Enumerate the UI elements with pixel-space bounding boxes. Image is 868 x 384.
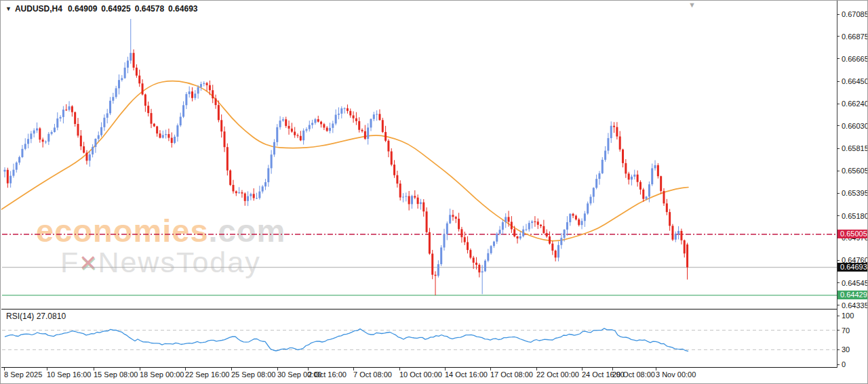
candle-body [455, 217, 457, 219]
candle-body [247, 196, 249, 201]
candle-body [144, 94, 146, 106]
date-axis-tick [399, 368, 400, 370]
candle-body [601, 160, 604, 173]
price-axis-label: 0.67085 [842, 10, 868, 18]
candle-body [171, 138, 173, 143]
candle-body [505, 217, 507, 222]
candle-body [540, 225, 542, 226]
candle-body [124, 68, 126, 78]
candle-body [30, 133, 32, 139]
date-axis-label: 10 Sep 16:00 [47, 370, 91, 379]
rsi-axis-label: 70 [842, 326, 850, 335]
candle-body [71, 106, 73, 112]
candle-body [396, 175, 398, 184]
candle-body [94, 139, 96, 147]
candle-body [329, 128, 331, 131]
ohlc-open: 0.64909 [68, 4, 97, 14]
date-axis-label: 22 Sep 16:00 [185, 370, 229, 379]
candle-body [680, 231, 682, 240]
candle-body [142, 83, 144, 94]
rsi-indicator-label: RSI(14) 27.0810 [6, 312, 66, 321]
candle-body [244, 194, 246, 201]
candle-body [226, 147, 229, 170]
candle-body [651, 168, 653, 184]
date-axis-label: 25 Sep 08:00 [231, 370, 275, 379]
candle-body [517, 236, 519, 238]
price-axis-label: 0.65180 [842, 212, 868, 220]
candle-body [525, 230, 527, 230]
candle-body [267, 168, 269, 182]
date-axis-label: 29 Oct 08:00 [612, 370, 655, 379]
candle-body [77, 124, 79, 135]
candle-body [271, 154, 273, 168]
candle-body [54, 127, 56, 132]
candle-body [426, 211, 428, 232]
date-axis-label: 15 Sep 08:00 [94, 370, 138, 379]
rsi-axis-label: 100 [842, 312, 854, 320]
candle-body [631, 177, 633, 179]
candle-body [490, 246, 492, 253]
candle-body [581, 221, 583, 225]
price-axis-label: 0.64545 [842, 279, 868, 287]
candle-body [98, 135, 100, 139]
candle-body [625, 163, 627, 173]
candle-body [320, 122, 322, 125]
candle-body [610, 126, 612, 138]
candle-body [458, 219, 460, 229]
candle-body [174, 137, 176, 143]
candle-body [405, 196, 407, 197]
chart-shift-marker-icon[interactable]: ▼ [688, 1, 696, 9]
candle-body [103, 118, 105, 127]
candle-body [314, 119, 316, 123]
price-axis-label: 0.66450 [842, 77, 868, 85]
candle-body [162, 135, 164, 137]
main-chart-plot[interactable] [1, 1, 837, 309]
candle-body [435, 275, 437, 276]
candle-body [136, 68, 138, 76]
rsi-panel-bottom-border[interactable] [1, 367, 837, 368]
candle-body [628, 173, 630, 179]
candle-body [262, 186, 264, 191]
price-level-badge: 0.64429 [837, 291, 868, 299]
candle-body [323, 124, 325, 127]
date-axis-label: 10 Oct 00:00 [399, 370, 442, 379]
candle-body [36, 129, 38, 131]
candle-body [332, 123, 334, 127]
candle-body [534, 221, 536, 222]
candle-body [619, 136, 621, 149]
candle-body [349, 111, 351, 116]
ohlc-close: 0.64693 [168, 4, 197, 14]
candle-body [542, 226, 545, 233]
candle-body [220, 120, 222, 131]
candle-body [531, 221, 533, 223]
candle-body [288, 126, 290, 129]
candle-body [475, 263, 477, 265]
candle-body [675, 234, 677, 239]
symbol-dropdown-icon[interactable]: ▼ [5, 5, 12, 12]
candle-body [33, 131, 35, 134]
date-axis-tick [277, 368, 278, 370]
candle-body [74, 112, 76, 124]
candle-body [115, 88, 117, 97]
date-axis-tick [582, 368, 583, 370]
candle-body [151, 113, 153, 124]
candle-body [686, 244, 688, 268]
candle-body [555, 251, 557, 257]
candle-body [60, 117, 62, 119]
candle-body [508, 217, 510, 221]
candle-body [92, 147, 94, 154]
rsi-indicator-plot[interactable] [1, 310, 837, 367]
candle-body [9, 176, 12, 184]
candle-body [68, 106, 71, 110]
candle-body [209, 85, 211, 90]
candle-body [402, 197, 404, 198]
date-axis-tick [231, 368, 232, 370]
candle-body [373, 114, 375, 119]
candle-body [212, 90, 214, 98]
candle-body [654, 165, 656, 169]
candle-body [353, 115, 355, 118]
candle-body [130, 53, 132, 60]
main-panel-bottom-border[interactable] [1, 309, 837, 310]
candle-body [493, 242, 495, 247]
candle-body [671, 226, 673, 239]
